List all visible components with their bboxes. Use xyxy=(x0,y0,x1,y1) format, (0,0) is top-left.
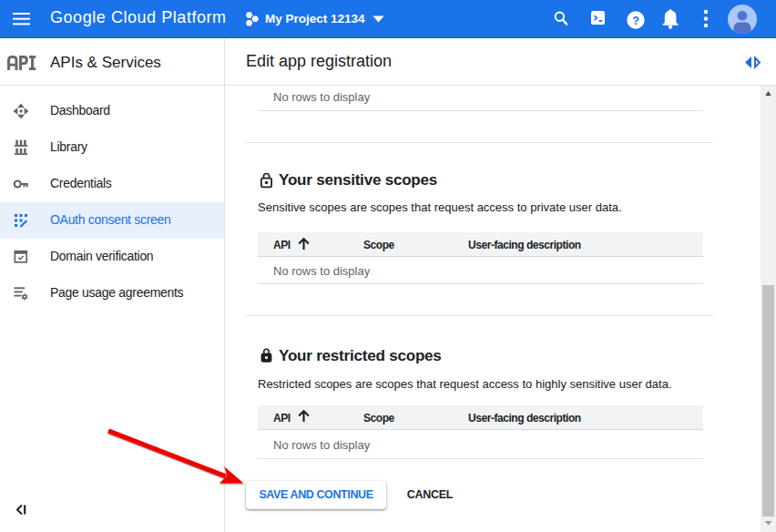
svg-text:?: ? xyxy=(632,14,639,26)
